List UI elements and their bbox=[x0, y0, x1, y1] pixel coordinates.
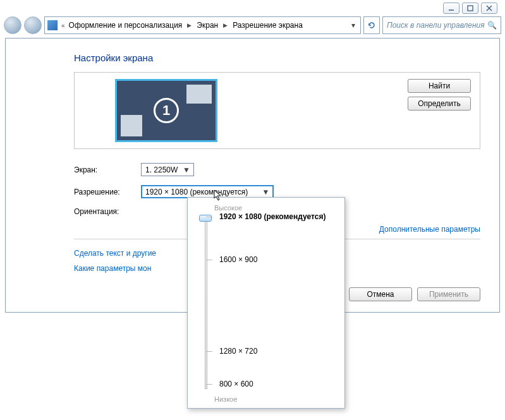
resolution-select-value: 1920 × 1080 (рекомендуется) bbox=[145, 188, 248, 196]
nav-back-button[interactable] bbox=[4, 16, 21, 34]
slider-high-label: Высокое bbox=[214, 204, 337, 212]
maximize-button[interactable] bbox=[462, 3, 478, 14]
breadcrumb[interactable]: « Оформление и персонализация ▶ Экран ▶ … bbox=[44, 16, 361, 34]
resolution-option[interactable]: 1920 × 1080 (рекомендуется) bbox=[219, 212, 326, 221]
search-icon[interactable]: 🔍 bbox=[487, 21, 497, 30]
breadcrumb-item[interactable]: Разрешение экрана bbox=[233, 21, 303, 30]
control-panel-icon bbox=[47, 20, 58, 30]
orientation-label: Ориентация: bbox=[74, 207, 141, 216]
resolution-slider[interactable] bbox=[202, 217, 210, 389]
page-title: Настройки экрана bbox=[74, 52, 480, 63]
find-button[interactable]: Найти bbox=[408, 79, 471, 93]
breadcrumb-history-icon[interactable]: « bbox=[60, 22, 66, 29]
slider-tick bbox=[206, 217, 212, 217]
refresh-icon bbox=[367, 21, 376, 30]
slider-tick bbox=[206, 351, 212, 352]
window-thumb-icon bbox=[186, 85, 212, 104]
cancel-button[interactable]: Отмена bbox=[349, 287, 412, 301]
slider-thumb[interactable] bbox=[199, 215, 212, 222]
nav-forward-button[interactable] bbox=[24, 16, 42, 34]
window-thumb-icon bbox=[121, 115, 142, 136]
identify-button[interactable]: Определить bbox=[408, 97, 471, 111]
search-input[interactable]: Поиск в панели управления 🔍 bbox=[382, 16, 501, 34]
minimize-button[interactable] bbox=[443, 3, 459, 14]
which-params-link[interactable]: Какие параметры мон bbox=[74, 264, 151, 273]
maximize-icon bbox=[467, 5, 473, 11]
monitor-preview-box: 1 Найти Определить bbox=[74, 72, 480, 149]
resolution-select[interactable]: 1920 × 1080 (рекомендуется) ▼ bbox=[141, 185, 274, 198]
close-button[interactable] bbox=[481, 3, 497, 14]
slider-tick bbox=[206, 384, 212, 385]
advanced-settings-link[interactable]: Дополнительные параметры bbox=[379, 225, 480, 234]
screen-select[interactable]: 1. 2250W ▼ bbox=[141, 163, 194, 176]
chevron-right-icon: ▶ bbox=[185, 22, 194, 28]
slider-tick bbox=[206, 260, 212, 260]
monitor-number-badge: 1 bbox=[154, 98, 179, 123]
breadcrumb-item[interactable]: Экран bbox=[197, 21, 218, 30]
svg-rect-1 bbox=[468, 6, 473, 11]
refresh-button[interactable] bbox=[363, 16, 380, 34]
chevron-right-icon: ▶ bbox=[221, 22, 230, 28]
breadcrumb-item[interactable]: Оформление и персонализация bbox=[69, 21, 183, 30]
screen-label: Экран: bbox=[74, 165, 141, 174]
resolution-option[interactable]: 1600 × 900 bbox=[219, 255, 257, 264]
text-size-link[interactable]: Сделать текст и другие bbox=[74, 249, 156, 258]
slider-low-label: Низкое bbox=[214, 395, 237, 403]
chevron-down-icon: ▼ bbox=[181, 165, 191, 174]
chevron-down-icon: ▼ bbox=[261, 187, 271, 196]
apply-button[interactable]: Применить bbox=[417, 287, 480, 301]
resolution-label: Разрешение: bbox=[74, 188, 141, 196]
resolution-option[interactable]: 1280 × 720 bbox=[219, 347, 257, 356]
search-placeholder: Поиск в панели управления bbox=[387, 21, 485, 30]
screen-select-value: 1. 2250W bbox=[145, 165, 178, 174]
close-icon bbox=[486, 5, 492, 11]
minimize-icon bbox=[448, 5, 454, 11]
resolution-option[interactable]: 800 × 600 bbox=[219, 380, 253, 388]
monitor-thumbnail[interactable]: 1 bbox=[115, 79, 217, 142]
slider-track bbox=[205, 217, 207, 389]
breadcrumb-dropdown-icon[interactable]: ▾ bbox=[349, 21, 358, 30]
resolution-dropdown[interactable]: Высокое 1920 × 1080 (рекомендуется)1600 … bbox=[187, 197, 345, 409]
